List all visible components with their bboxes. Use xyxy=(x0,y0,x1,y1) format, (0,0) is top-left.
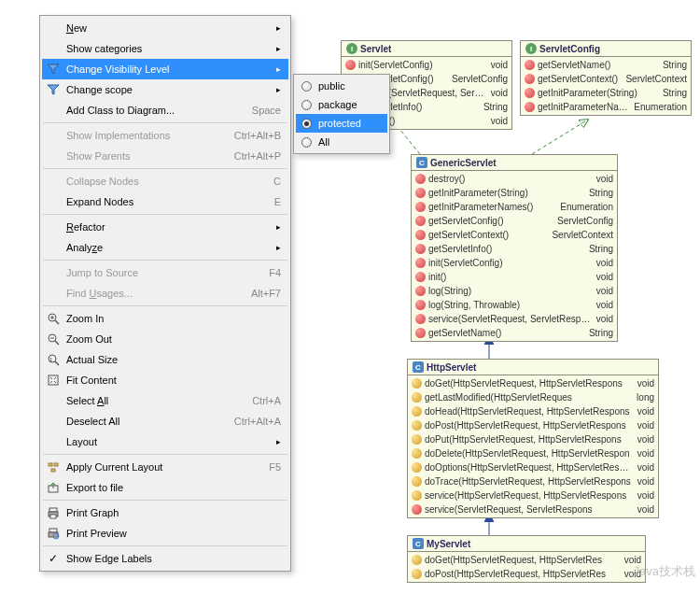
method-icon xyxy=(415,258,426,268)
class-servlet-config[interactable]: IServletConfig getServletName()Stringget… xyxy=(520,40,692,116)
member-type: ServletConfig xyxy=(557,216,613,226)
class-member: init(ServletConfig)void xyxy=(342,58,511,72)
menu-show-edge-labels[interactable]: ✓Show Edge Labels xyxy=(42,548,288,569)
method-icon xyxy=(415,286,426,296)
actual-size-icon: 1 xyxy=(46,352,61,367)
menu-separator xyxy=(43,305,287,306)
member-signature: getLastModified(HttpServletReques xyxy=(425,392,631,403)
radio-all[interactable]: All xyxy=(296,133,387,151)
menu-deselect-all[interactable]: Deselect AllCtrl+Alt+A xyxy=(42,411,288,431)
menu-add-class[interactable]: Add Class to Diagram...Space xyxy=(42,100,288,120)
member-type: long xyxy=(637,392,654,403)
member-type: String xyxy=(589,188,613,198)
method-icon xyxy=(415,216,426,226)
submenu-arrow-icon: ▸ xyxy=(276,85,281,94)
class-body: getServletName()StringgetServletContext(… xyxy=(521,57,691,115)
funnel-icon xyxy=(46,82,61,97)
menu-print-graph[interactable]: Print Graph xyxy=(42,502,288,523)
menu-select-all[interactable]: Select AllCtrl+A xyxy=(42,390,288,411)
method-icon xyxy=(525,74,535,84)
menu-change-visibility[interactable]: Change Visibility Level▸ xyxy=(42,59,288,79)
radio-protected[interactable]: protected xyxy=(296,114,387,133)
member-type: String xyxy=(663,60,687,70)
menu-find-usages[interactable]: Find Usages...Alt+F7 xyxy=(42,283,288,304)
menu-apply-layout[interactable]: Apply Current LayoutF5 xyxy=(42,457,288,477)
member-type: ServletConfig xyxy=(452,74,508,84)
method-icon xyxy=(345,60,356,70)
member-signature: getServletContext() xyxy=(428,230,546,240)
member-type: void xyxy=(637,476,654,487)
member-type: ServletContext xyxy=(625,74,687,84)
class-member: getServletName()String xyxy=(412,326,617,340)
member-type: void xyxy=(596,286,613,296)
shortcut: Space xyxy=(252,105,281,116)
member-type: void xyxy=(637,448,654,459)
submenu-arrow-icon: ▸ xyxy=(276,437,281,446)
method-icon xyxy=(412,434,422,445)
menu-layout[interactable]: Layout▸ xyxy=(42,431,288,452)
class-body: doGet(HttpServletRequest, HttpServletRes… xyxy=(408,552,645,582)
menu-show-implementations[interactable]: Show ImplementationsCtrl+Alt+B xyxy=(42,125,288,146)
class-member: getInitParameter(String)String xyxy=(412,186,617,200)
member-signature: doPost(HttpServletRequest, HttpServletRe… xyxy=(425,420,632,431)
radio-package[interactable]: package xyxy=(296,95,387,114)
class-member: doOptions(HttpServletRequest, HttpServle… xyxy=(408,460,658,474)
svg-line-1 xyxy=(532,120,588,154)
method-icon xyxy=(415,230,426,240)
class-my-servlet[interactable]: CMyServlet doGet(HttpServletRequest, Htt… xyxy=(407,535,646,583)
class-icon: C xyxy=(413,538,424,549)
menu-fit-content[interactable]: Fit Content xyxy=(42,370,288,390)
zoom-out-icon xyxy=(46,332,61,346)
menu-new[interactable]: NNewew▸ xyxy=(42,18,288,38)
member-signature: getInitParameter(String) xyxy=(428,188,583,198)
menu-export[interactable]: Export to file xyxy=(42,477,288,498)
menu-collapse-nodes[interactable]: Collapse NodesC xyxy=(42,171,288,191)
svg-rect-19 xyxy=(49,508,57,512)
shortcut: Ctrl+Alt+A xyxy=(234,416,281,427)
class-member: getInitParameterNames()Enumeration xyxy=(412,200,617,214)
method-icon xyxy=(415,202,426,212)
method-icon xyxy=(412,504,422,515)
class-member: doGet(HttpServletRequest, HttpServletRes… xyxy=(408,553,645,567)
class-member: doGet(HttpServletRequest, HttpServletRes… xyxy=(408,376,658,390)
class-member: destroy()void xyxy=(412,172,617,186)
menu-jump-to-source[interactable]: Jump to SourceF4 xyxy=(42,262,288,283)
radio-public[interactable]: public xyxy=(296,77,387,95)
fit-content-icon xyxy=(46,373,61,388)
menu-show-categories[interactable]: Show categories▸ xyxy=(42,38,288,59)
menu-analyze[interactable]: Analyze▸ xyxy=(42,237,288,258)
member-signature: doHead(HttpServletRequest, HttpServletRe… xyxy=(425,406,632,417)
menu-actual-size[interactable]: 1Actual Size xyxy=(42,349,288,370)
shortcut: E xyxy=(274,196,281,207)
method-icon xyxy=(412,406,422,417)
print-icon xyxy=(46,505,61,520)
menu-change-scope[interactable]: Change scope▸ xyxy=(42,79,288,100)
radio-icon xyxy=(301,100,312,110)
member-signature: init() xyxy=(428,272,591,282)
class-http-servlet[interactable]: CHttpServlet doGet(HttpServletRequest, H… xyxy=(407,359,659,518)
member-type: String xyxy=(483,102,508,112)
menu-show-parents[interactable]: Show ParentsCtrl+Alt+P xyxy=(42,146,288,166)
member-type: void xyxy=(637,504,654,515)
menu-print-preview[interactable]: Print Preview xyxy=(42,523,288,544)
svg-text:1: 1 xyxy=(49,357,53,362)
class-member: service(ServletRequest, ServletResponsvo… xyxy=(408,502,658,516)
member-signature: doDelete(HttpServletRequest, HttpServlet… xyxy=(425,448,632,459)
menu-refactor[interactable]: Refactor▸ xyxy=(42,217,288,237)
menu-zoom-out[interactable]: Zoom Out xyxy=(42,329,288,349)
class-generic-servlet[interactable]: CGenericServlet destroy()voidgetInitPara… xyxy=(411,154,618,342)
method-icon xyxy=(415,328,426,338)
class-member: getServletContext()ServletContext xyxy=(521,72,691,86)
menu-separator xyxy=(43,260,287,261)
method-icon xyxy=(412,462,422,473)
menu-expand-nodes[interactable]: Expand NodesE xyxy=(42,191,288,212)
member-signature: doPost(HttpServletRequest, HttpServletRe… xyxy=(425,569,619,579)
menu-zoom-in[interactable]: Zoom In xyxy=(42,308,288,329)
member-signature: getServletInfo() xyxy=(428,244,583,254)
member-signature: doOptions(HttpServletRequest, HttpServle… xyxy=(425,462,632,473)
class-member: log(String)void xyxy=(412,284,617,298)
shortcut: Ctrl+Alt+P xyxy=(234,150,281,162)
member-signature: service(HttpServletRequest, HttpServletR… xyxy=(425,490,632,501)
class-member: service(ServletRequest, ServletResponsvo… xyxy=(412,312,617,326)
member-signature: log(String, Throwable) xyxy=(428,300,591,310)
